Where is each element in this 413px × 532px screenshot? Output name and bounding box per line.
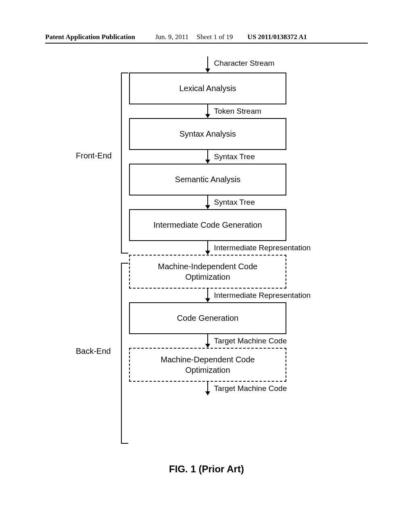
box-code-generation: Code Generation [129, 302, 286, 334]
box-machine-dependent-optimization: Machine-Dependent Code Optimization [129, 348, 286, 382]
front-end-bracket [121, 73, 128, 254]
publication-date: Jun. 9, 2011 [155, 33, 189, 41]
label-intermediate-rep-2: Intermediate Representation [214, 291, 311, 300]
label-intermediate-rep-1: Intermediate Representation [214, 243, 311, 252]
sheet-number: Sheet 1 of 19 [196, 33, 233, 41]
box-mi-line2: Optimization [185, 272, 230, 281]
box-md-line1: Machine-Dependent Code [161, 355, 255, 364]
figure-caption: FIG. 1 (Prior Art) [0, 463, 413, 475]
box-semantic-analysis: Semantic Analysis [129, 164, 286, 195]
arrow-intermediate-rep-2: Intermediate Representation [129, 289, 286, 302]
label-target-machine-code-1: Target Machine Code [214, 337, 287, 345]
box-intermediate-code-generation: Intermediate Code Generation [129, 209, 286, 241]
publication-label: Patent Application Publication [45, 33, 135, 41]
publication-number: US 2011/0138372 A1 [248, 33, 307, 41]
back-end-label: Back-End [76, 347, 111, 356]
flow-column: Character Stream Lexical Analysis Token … [129, 56, 286, 395]
arrow-intermediate-rep-1: Intermediate Representation [129, 241, 286, 255]
label-syntax-tree-2: Syntax Tree [214, 198, 255, 207]
label-character-stream: Character Stream [214, 59, 275, 68]
front-end-label: Front-End [76, 151, 112, 160]
box-machine-independent-optimization: Machine-Independent Code Optimization [129, 255, 286, 289]
label-target-machine-code-2: Target Machine Code [214, 384, 287, 393]
page-header: Patent Application Publication Jun. 9, 2… [0, 33, 413, 41]
arrow-token-stream: Token Stream [129, 104, 286, 118]
label-syntax-tree-1: Syntax Tree [214, 152, 255, 161]
back-end-bracket [121, 263, 128, 444]
box-md-line2: Optimization [185, 366, 230, 374]
arrow-character-stream: Character Stream [129, 56, 286, 73]
arrow-target-machine-code-1: Target Machine Code [129, 334, 286, 348]
arrow-syntax-tree-2: Syntax Tree [129, 195, 286, 209]
label-token-stream: Token Stream [214, 107, 261, 116]
box-mi-line1: Machine-Independent Code [158, 262, 258, 271]
arrow-target-machine-code-2: Target Machine Code [129, 382, 286, 395]
arrow-syntax-tree-1: Syntax Tree [129, 150, 286, 164]
box-lexical-analysis: Lexical Analysis [129, 73, 286, 104]
header-rule [45, 43, 368, 44]
box-syntax-analysis: Syntax Analysis [129, 118, 286, 150]
